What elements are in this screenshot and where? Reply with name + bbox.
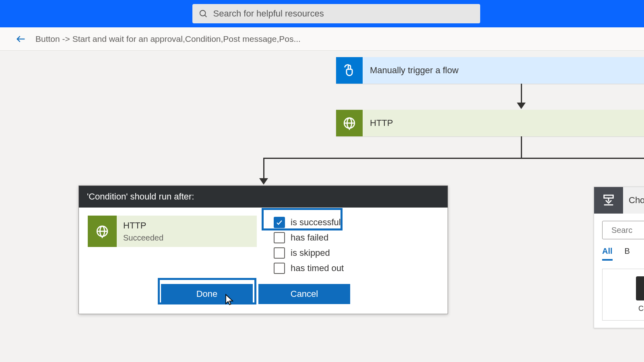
global-search-input[interactable] <box>213 8 474 19</box>
done-button[interactable]: Done <box>161 284 253 304</box>
globe-icon <box>336 110 363 136</box>
option-label: is successful <box>291 217 341 228</box>
connector-grid: Control <box>602 269 644 321</box>
trigger-label: Manually trigger a flow <box>363 57 644 84</box>
flow-canvas[interactable]: Manually trigger a flow HTTP 'Condition'… <box>0 51 644 362</box>
connector-line <box>521 136 522 158</box>
run-after-options: is successful has failed is skipped <box>273 216 347 274</box>
option-label: has failed <box>291 232 328 243</box>
http-label: HTTP <box>363 110 644 136</box>
connector-search-input[interactable] <box>611 226 644 235</box>
search-icon <box>199 9 208 18</box>
choose-operation-panel: Cho All B Control <box>594 187 644 328</box>
checkbox-icon <box>274 247 285 259</box>
option-label: has timed out <box>291 263 344 274</box>
connector-line <box>263 158 644 159</box>
connector-tabs: All B <box>602 247 644 261</box>
cancel-button[interactable]: Cancel <box>258 284 350 304</box>
option-has-timed-out[interactable]: has timed out <box>273 262 347 274</box>
option-has-failed[interactable]: has failed <box>273 232 347 244</box>
arrow-left-icon <box>15 33 27 45</box>
connector-label: Control <box>608 304 644 313</box>
globe-icon <box>88 216 117 247</box>
back-button[interactable] <box>14 32 28 46</box>
checkbox-icon <box>274 232 285 243</box>
checkbox-icon <box>274 217 285 228</box>
svg-line-1 <box>204 15 206 17</box>
svg-point-0 <box>200 10 205 16</box>
control-connector-tile[interactable] <box>636 276 644 300</box>
trigger-card[interactable]: Manually trigger a flow <box>336 57 644 84</box>
option-is-successful[interactable]: is successful <box>273 216 347 228</box>
arrow-down-icon <box>517 103 526 109</box>
svg-rect-11 <box>604 195 613 198</box>
arrow-down-icon <box>259 178 268 185</box>
tab-builtin[interactable]: B <box>625 247 630 261</box>
source-action-name: HTTP <box>123 220 163 231</box>
run-after-title: 'Condition' should run after: <box>79 186 448 208</box>
run-after-panel: 'Condition' should run after: HTTP Succe… <box>78 185 448 314</box>
touch-icon <box>336 57 363 84</box>
global-search[interactable] <box>192 4 480 23</box>
connector-line <box>521 84 522 104</box>
connector-line <box>263 158 264 180</box>
control-icon <box>594 187 623 214</box>
option-label: is skipped <box>291 248 330 258</box>
top-ribbon <box>0 0 644 27</box>
breadcrumb: Button -> Start and wait for an approval… <box>35 34 301 44</box>
option-is-skipped[interactable]: is skipped <box>273 247 347 259</box>
breadcrumb-bar: Button -> Start and wait for an approval… <box>0 27 644 51</box>
connector-search[interactable] <box>602 221 644 239</box>
source-action-status: Succeeded <box>123 233 163 243</box>
http-card[interactable]: HTTP <box>336 110 644 136</box>
choose-panel-title: Cho <box>623 195 644 206</box>
checkbox-icon <box>274 263 285 274</box>
source-action-card[interactable]: HTTP Succeeded <box>88 216 257 247</box>
tab-all[interactable]: All <box>602 247 613 261</box>
